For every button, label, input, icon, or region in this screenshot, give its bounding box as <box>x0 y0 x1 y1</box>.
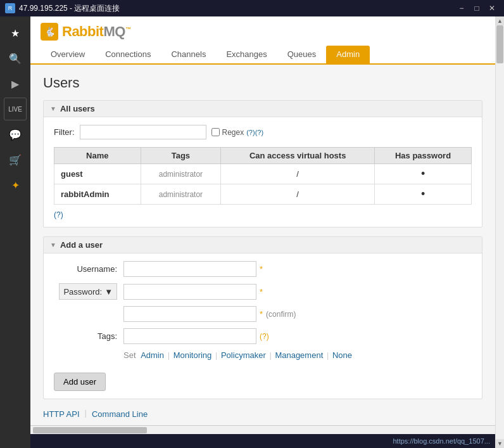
tags-help-link[interactable]: (?) <box>260 332 269 341</box>
sidebar-icon-misc[interactable]: ✦ <box>4 174 27 196</box>
filter-row: Filter: Regex (?)(?) <box>54 125 472 139</box>
tags-label: Tags: <box>54 331 123 341</box>
page-content: Users ▼ All users Filter: <box>30 65 495 425</box>
maximize-button[interactable]: □ <box>470 3 484 14</box>
col-virtual-hosts: Can access virtual hosts <box>221 148 375 164</box>
password-row: Password: ▼ * <box>54 283 472 300</box>
user-password-cell: • <box>375 184 472 205</box>
filter-input[interactable] <box>80 125 206 139</box>
add-user-header[interactable]: ▼ Add a user <box>44 237 482 253</box>
users-table: Name Tags Can access virtual hosts Has p… <box>54 147 472 205</box>
all-users-title: All users <box>60 104 95 113</box>
title-bar-left: R 47.99.195.225 - 远程桌面连接 <box>5 3 120 14</box>
username-label: Username: <box>54 264 123 274</box>
page-title: Users <box>43 75 482 91</box>
username-input[interactable] <box>123 261 256 277</box>
sep-1: | <box>168 350 172 360</box>
set-label: Set <box>123 350 136 360</box>
password-dropdown-arrow: ▼ <box>104 287 113 297</box>
all-users-body: Filter: Regex (?)(?) <box>44 117 482 227</box>
all-users-section: ▼ All users Filter: Regex (?)(?) <box>43 100 482 227</box>
user-vhosts-cell: / <box>221 184 375 205</box>
tag-admin-link[interactable]: Admin <box>141 350 164 360</box>
user-name-cell: rabbitAdmin <box>54 184 141 205</box>
col-has-password: Has password <box>375 148 472 164</box>
sidebar-icon-search[interactable]: 🔍 <box>4 47 27 70</box>
table-row[interactable]: guest administrator / • <box>54 164 472 184</box>
add-user-btn-wrap: Add user <box>54 368 472 391</box>
sidebar-icon-star[interactable]: ★ <box>4 22 27 44</box>
rmq-logo-text: RabbitMQ™ <box>62 23 130 40</box>
confirm-password-row: * (confirm) <box>54 306 472 322</box>
password-label-wrap: Password: ▼ <box>54 283 123 300</box>
scroll-track <box>496 25 504 439</box>
tab-queues[interactable]: Queues <box>277 46 327 65</box>
user-name-cell: guest <box>54 164 141 184</box>
rmq-header: 🐇 RabbitMQ™ Overview Connections Channel… <box>30 16 495 65</box>
sidebar-icon-chat[interactable]: 💬 <box>4 123 27 146</box>
bottom-scroll-thumb <box>33 427 147 433</box>
user-tags-cell: administrator <box>141 164 221 184</box>
rmq-logo: 🐇 RabbitMQ™ <box>41 23 485 41</box>
command-line-link[interactable]: Command Line <box>92 408 148 420</box>
status-url: https://blog.csdn.net/qq_1507... <box>393 437 490 445</box>
username-required: * <box>260 264 263 274</box>
col-name: Name <box>54 148 141 164</box>
add-user-title: Add a user <box>60 240 103 250</box>
scroll-down-arrow[interactable]: ▼ <box>496 439 504 448</box>
scroll-up-arrow[interactable]: ▲ <box>496 16 504 25</box>
footer-sep: | <box>85 408 87 420</box>
nav-tabs: Overview Connections Channels Exchanges … <box>41 46 485 63</box>
add-user-section: ▼ Add a user Username: * <box>43 236 482 399</box>
bottom-scrollbar[interactable] <box>30 425 495 434</box>
tab-admin[interactable]: Admin <box>326 46 370 65</box>
windows-sidebar: ★ 🔍 ▶ LIVE 💬 🛒 ✦ <box>0 16 30 448</box>
tag-management-link[interactable]: Management <box>275 350 323 360</box>
scroll-thumb <box>496 25 503 63</box>
sidebar-icon-cart[interactable]: 🛒 <box>4 148 27 171</box>
add-user-toggle-icon: ▼ <box>50 241 56 248</box>
sidebar-icon-live[interactable]: LIVE <box>4 98 27 120</box>
regex-label-text: Regex <box>222 128 244 137</box>
http-api-link[interactable]: HTTP API <box>43 408 80 420</box>
password-select[interactable]: Password: ▼ <box>59 283 117 300</box>
set-tags-row: Set Admin | Monitoring | Policymaker | M… <box>123 350 472 360</box>
status-bar: https://blog.csdn.net/qq_1507... <box>30 434 495 448</box>
tab-channels[interactable]: Channels <box>161 46 216 65</box>
password-input[interactable] <box>123 284 256 300</box>
regex-row: Regex (?)(?) <box>211 128 264 137</box>
minimize-button[interactable]: − <box>455 3 469 14</box>
toggle-icon: ▼ <box>50 105 56 112</box>
tags-input[interactable] <box>123 328 256 344</box>
table-row[interactable]: rabbitAdmin administrator / • <box>54 184 472 205</box>
confirm-required: * <box>260 309 263 319</box>
sep-4: | <box>327 350 331 360</box>
app-icon: R <box>5 3 15 13</box>
tab-overview[interactable]: Overview <box>41 46 95 65</box>
filter-label: Filter: <box>54 127 75 137</box>
user-tags-cell: administrator <box>141 184 221 205</box>
regex-checkbox[interactable] <box>211 128 220 136</box>
rmq-logo-icon: 🐇 <box>41 23 58 41</box>
tag-monitoring-link[interactable]: Monitoring <box>173 350 212 360</box>
right-scrollbar[interactable]: ▲ ▼ <box>495 16 504 448</box>
add-user-button[interactable]: Add user <box>54 373 106 391</box>
tag-policymaker-link[interactable]: Policymaker <box>221 350 266 360</box>
tab-connections[interactable]: Connections <box>95 46 161 65</box>
password-select-wrap: Password: ▼ <box>54 283 117 300</box>
username-row: Username: * <box>54 261 472 277</box>
col-tags: Tags <box>141 148 221 164</box>
regex-help-link[interactable]: (?)(?) <box>246 129 263 136</box>
footer-links: HTTP API | Command Line <box>43 408 482 420</box>
confirm-label-text: (confirm) <box>266 310 296 319</box>
all-users-header[interactable]: ▼ All users <box>44 101 482 117</box>
tag-none-link[interactable]: None <box>332 350 352 360</box>
sep-2: | <box>215 350 220 360</box>
confirm-password-input[interactable] <box>123 306 256 322</box>
sidebar-icon-play[interactable]: ▶ <box>4 72 27 95</box>
tab-exchanges[interactable]: Exchanges <box>216 46 277 65</box>
table-help-link[interactable]: (?) <box>54 210 63 219</box>
add-user-body: Username: * Password: ▼ <box>44 253 482 399</box>
close-button[interactable]: ✕ <box>485 3 499 14</box>
user-password-cell: • <box>375 164 472 184</box>
